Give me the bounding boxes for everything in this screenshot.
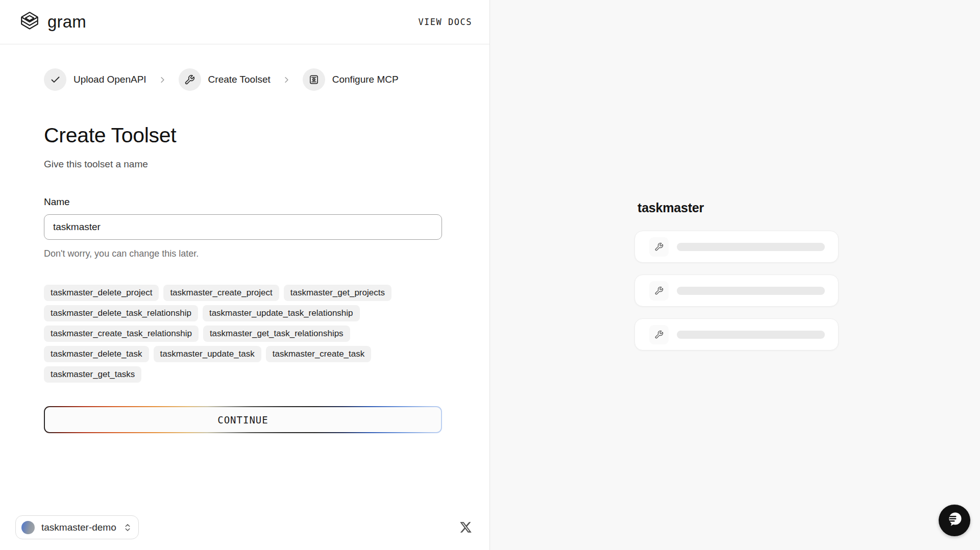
page-subtitle: Give this toolset a name (44, 159, 446, 170)
stepper: Upload OpenAPI Create Toolset (44, 68, 446, 91)
tool-chip: taskmaster_create_project (163, 285, 279, 301)
project-selector[interactable]: taskmaster-demo (15, 515, 139, 539)
tool-chip: taskmaster_update_task (154, 346, 261, 362)
page-title: Create Toolset (44, 123, 446, 147)
skeleton-text-bar (677, 331, 825, 339)
gram-logo-icon (19, 11, 40, 33)
step-label: Upload OpenAPI (74, 74, 146, 85)
name-field-helper: Don't worry, you can change this later. (44, 248, 446, 259)
check-icon (44, 68, 66, 91)
step-label: Create Toolset (208, 74, 271, 85)
chevron-right-icon (158, 75, 167, 85)
tool-chip: taskmaster_delete_task_relationship (44, 305, 198, 321)
step-create-toolset[interactable]: Create Toolset (179, 68, 271, 91)
tool-chip: taskmaster_get_task_relationships (203, 326, 350, 342)
chat-bubble-icon (945, 510, 964, 531)
chevron-right-icon (282, 75, 291, 85)
tool-chip: taskmaster_update_task_relationship (203, 305, 360, 321)
header: gram VIEW DOCS (0, 0, 489, 44)
gram-logo[interactable]: gram (19, 11, 86, 33)
tool-chip: taskmaster_get_tasks (44, 366, 141, 383)
project-avatar (21, 521, 35, 534)
tool-card-list (634, 231, 839, 351)
left-footer: taskmaster-demo (15, 515, 474, 539)
wrench-icon (649, 237, 669, 257)
continue-button-border: CONTINUE (44, 406, 442, 433)
tool-chip: taskmaster_delete_task (44, 346, 149, 362)
tool-card-skeleton (634, 231, 839, 263)
chevrons-up-down-icon (123, 523, 132, 532)
logo-wordmark: gram (47, 12, 86, 32)
wrench-icon (649, 281, 669, 301)
view-docs-link[interactable]: VIEW DOCS (418, 17, 472, 27)
continue-button[interactable]: CONTINUE (45, 407, 441, 432)
wrench-icon (649, 325, 669, 344)
tool-chip: taskmaster_create_task_relationship (44, 326, 199, 342)
tool-chip: taskmaster_delete_project (44, 285, 159, 301)
project-selector-value: taskmaster-demo (41, 522, 116, 533)
skeleton-text-bar (677, 287, 825, 295)
preview-toolset-title: taskmaster (638, 201, 704, 215)
left-panel: gram VIEW DOCS Upload OpenAPI (0, 0, 490, 550)
name-field-label: Name (44, 196, 446, 208)
mcp-server-icon (303, 68, 325, 91)
tool-chip: taskmaster_get_projects (284, 285, 391, 301)
app: gram VIEW DOCS Upload OpenAPI (0, 0, 980, 550)
toolset-name-input[interactable] (44, 214, 442, 240)
step-configure-mcp[interactable]: Configure MCP (303, 68, 399, 91)
step-label: Configure MCP (332, 74, 399, 85)
x-twitter-icon[interactable] (459, 521, 474, 534)
skeleton-text-bar (677, 243, 825, 251)
main-content: Upload OpenAPI Create Toolset (0, 44, 489, 550)
tool-card-skeleton (634, 318, 839, 351)
chat-fab-button[interactable] (939, 505, 970, 536)
tool-card-skeleton (634, 274, 839, 307)
wrench-icon (179, 68, 201, 91)
preview-panel: taskmaster (490, 0, 980, 550)
tool-chip: taskmaster_create_task (266, 346, 371, 362)
tool-chip-list: taskmaster_delete_projecttaskmaster_crea… (44, 285, 447, 383)
step-upload-openapi[interactable]: Upload OpenAPI (44, 68, 146, 91)
